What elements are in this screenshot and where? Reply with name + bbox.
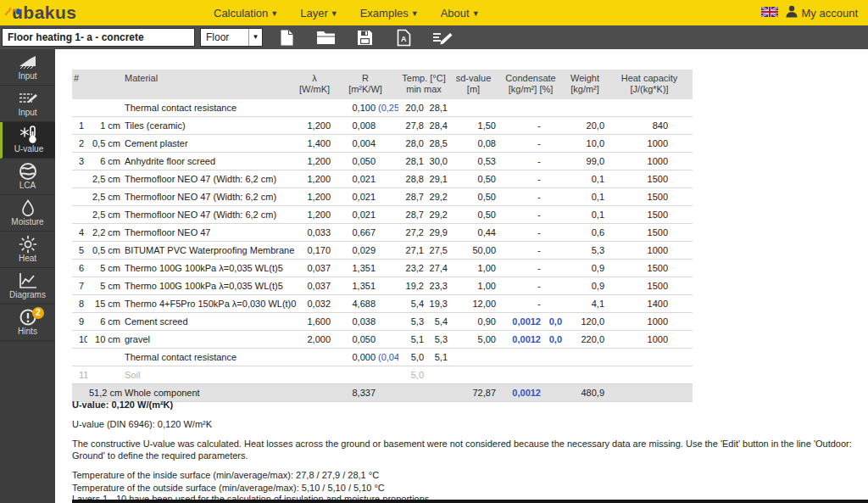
- menu-about[interactable]: About▼: [441, 7, 480, 20]
- layer-condensate-pct: [542, 117, 564, 135]
- layer-temp-min: 28,8: [398, 170, 426, 188]
- layer-r-value: 0,667: [332, 224, 398, 242]
- chevron-down-icon: ▼: [472, 9, 480, 18]
- table-row[interactable]: 8 15 cm Thermo 4+F5Pro 150kPa λ=0,030 WL…: [72, 295, 693, 313]
- project-name-input[interactable]: [2, 28, 195, 47]
- u-value-result: U-value: 0,120 W/(m²K): [72, 399, 860, 411]
- layer-material: Thermofloor NEO 47: [123, 224, 297, 242]
- layer-material: Thermofloor NEO 47 (Width: 6,2 cm): [123, 170, 297, 188]
- table-row[interactable]: 2 0,5 cm Cement plaster 1,400 0,004 28,0…: [72, 135, 693, 153]
- layer-sd-value: 0,50: [449, 188, 498, 206]
- layer-condensate-pct: [542, 242, 564, 260]
- layer-weight: 0,9: [564, 277, 606, 295]
- r-default-link[interactable]: (0,040): [378, 352, 398, 362]
- table-row[interactable]: 10 10 cm gravel 2,000 0,050 5,1 5,3 5,00…: [72, 331, 693, 349]
- menu-layer[interactable]: Layer▼: [300, 7, 337, 20]
- sidebar-item-moisture[interactable]: Moisture: [0, 195, 55, 232]
- layer-temp-max: 28,5: [426, 135, 449, 153]
- table-row[interactable]: Thermal contact resistance 0,100(0,250) …: [72, 99, 693, 117]
- pdf-export-button[interactable]: A: [393, 27, 414, 48]
- u-value-note: The constructive U-value was calculated.…: [72, 438, 860, 461]
- layer-condensate-pct: [542, 188, 564, 206]
- layer-condensate-kg: [498, 349, 542, 366]
- table-row[interactable]: 7 5 cm Thermo 100G 100kPa λ=0,035 WL(t)5…: [72, 277, 693, 295]
- save-icon: [357, 30, 373, 46]
- logo-burst-icon: [4, 0, 16, 24]
- layer-sd-value: 5,00: [449, 331, 498, 349]
- layer-weight: [564, 366, 606, 384]
- sidebar-item-lca[interactable]: LCA: [0, 159, 55, 195]
- layer-r-value: 0,000(0,040): [332, 349, 398, 366]
- sidebar-item-input-geometry[interactable]: Input: [0, 49, 55, 86]
- col-size: [87, 70, 123, 99]
- table-row[interactable]: 4 2,2 cm Thermofloor NEO 47 0,033 0,667 …: [72, 224, 693, 242]
- table-row[interactable]: 3 6 cm Anhydrite floor screed 1,200 0,05…: [72, 153, 693, 170]
- table-row[interactable]: 2,5 cm Thermofloor NEO 47 (Width: 6,2 cm…: [72, 188, 693, 206]
- layer-number: [72, 170, 87, 188]
- layer-r-value: 0,100(0,250): [332, 99, 398, 117]
- my-account-button[interactable]: My account: [786, 5, 858, 20]
- new-file-button[interactable]: [276, 27, 297, 48]
- cutoff-text-line: Layers 1 - 10 have been used for the cal…: [72, 494, 860, 500]
- next-section-divider: [72, 500, 868, 503]
- r-default-link[interactable]: (0,250): [378, 103, 398, 113]
- line-chart-icon: [19, 272, 37, 289]
- menu-calculation[interactable]: Calculation▼: [214, 7, 278, 20]
- layer-lambda: 0,037: [297, 260, 332, 277]
- uk-flag-icon[interactable]: [761, 5, 778, 20]
- layer-condensate-kg: -: [498, 295, 542, 313]
- layer-temp-min: 5,4: [398, 295, 426, 313]
- table-row[interactable]: 2,5 cm Thermofloor NEO 47 (Width: 6,2 cm…: [72, 170, 693, 188]
- layer-r-value: [332, 366, 398, 384]
- save-button[interactable]: [354, 27, 375, 48]
- layer-number: 2: [72, 135, 87, 153]
- menu-examples[interactable]: Examples▼: [360, 7, 419, 20]
- layer-thickness: 0,5 cm: [87, 135, 123, 153]
- table-row[interactable]: 11 Soil 5,0: [72, 366, 693, 384]
- table-row[interactable]: 5 0,5 cm BITUMAT PVC Waterproofing Membr…: [72, 242, 693, 260]
- snowflake-thermometer-icon: [19, 126, 39, 143]
- temp-outside-surface: Temperature of the outside surface (min/…: [72, 482, 860, 494]
- layer-condensate-pct: [542, 153, 564, 170]
- chevron-down-icon: ▼: [331, 9, 338, 18]
- col-heat-capacity: Heat capacity[J/(kg*K)]: [606, 70, 693, 99]
- layer-sd-value: 0,90: [449, 313, 498, 331]
- user-icon: [786, 5, 798, 20]
- table-row[interactable]: 2,5 cm Thermofloor NEO 47 (Width: 6,2 cm…: [72, 206, 693, 224]
- layer-thickness: 10 cm: [87, 331, 123, 349]
- layer-lambda: 1,200: [297, 170, 332, 188]
- layer-condensate-kg: -: [498, 224, 542, 242]
- layer-sd-value: 0,50: [449, 170, 498, 188]
- sidebar-item-diagrams[interactable]: Diagrams: [0, 268, 55, 305]
- table-row[interactable]: 6 5 cm Thermo 100G 100kPa λ=0,035 WL(t)5…: [72, 260, 693, 277]
- sidebar-item-hints[interactable]: 2 Hints: [0, 305, 55, 341]
- ubakus-logo[interactable]: ubakus: [12, 0, 77, 25]
- table-row[interactable]: 9 6 cm Cement screed 1,600 0,038 5,3 5,4…: [72, 313, 693, 331]
- layer-heat-capacity: 1500: [606, 260, 693, 277]
- component-type-select[interactable]: Floor ▼: [200, 28, 263, 47]
- layer-sd-value: 1,00: [449, 277, 498, 295]
- layer-condensate-pct: 0,0: [542, 313, 564, 331]
- layer-material: Cement screed: [123, 313, 297, 331]
- top-right-group: My account: [761, 0, 858, 25]
- layer-sd-value: 50,00: [449, 242, 498, 260]
- layer-temp-min: 5,0: [398, 349, 426, 366]
- edit-layers-button[interactable]: [432, 27, 453, 48]
- sidebar-item-uvalue[interactable]: U-value: [0, 122, 55, 159]
- layer-thickness: 1 cm: [87, 117, 123, 135]
- layer-condensate-pct: 0,0: [542, 331, 564, 349]
- layer-weight: 0,9: [564, 260, 606, 277]
- layer-r-value: 0,021: [332, 170, 398, 188]
- layer-condensate-pct: [542, 260, 564, 277]
- open-file-button[interactable]: [315, 27, 336, 48]
- layer-material: BITUMAT PVC Waterproofing Membrane: [123, 242, 297, 260]
- layer-temp-min: 27,2: [398, 224, 426, 242]
- main-content: # Material λ[W/mK] R[m²K/W] Temp. [°C]mi…: [55, 49, 868, 503]
- sidebar-item-heat[interactable]: Heat: [0, 232, 55, 268]
- logo-text: ubakus: [12, 3, 77, 22]
- table-row[interactable]: Thermal contact resistance 0,000(0,040) …: [72, 349, 693, 366]
- layer-heat-capacity: 1000: [606, 242, 693, 260]
- sidebar-item-input-layers[interactable]: Input: [0, 86, 55, 122]
- layer-heat-capacity: 1000: [606, 135, 693, 153]
- table-row[interactable]: 1 1 cm Tiles (ceramic) 1,200 0,008 27,8 …: [72, 117, 693, 135]
